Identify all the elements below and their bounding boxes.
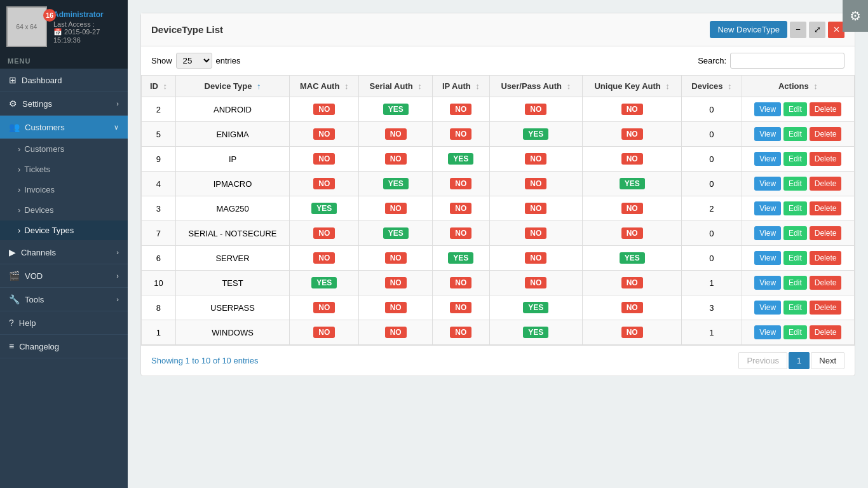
cell-actions: View Edit Delete [742, 246, 854, 271]
cell-id: 8 [142, 295, 176, 320]
delete-button[interactable]: Delete [810, 251, 842, 265]
sidebar-sub-customers[interactable]: › Customers [0, 139, 128, 159]
view-button[interactable]: View [754, 127, 781, 141]
minimize-button[interactable]: − [790, 22, 806, 38]
delete-button[interactable]: Delete [810, 127, 842, 141]
cell-devices: 0 [682, 122, 742, 147]
cell-mac-auth: NO [290, 172, 359, 196]
badge-no: NO [525, 227, 546, 239]
next-button[interactable]: Next [811, 352, 844, 369]
edit-button[interactable]: Edit [783, 152, 807, 166]
badge-no: NO [313, 252, 335, 264]
notification-badge: 16 [43, 9, 56, 22]
delete-button[interactable]: Delete [810, 226, 842, 240]
cell-mac-auth: NO [290, 122, 359, 147]
edit-button[interactable]: Edit [783, 102, 807, 116]
view-button[interactable]: View [754, 201, 781, 215]
sidebar-item-channels[interactable]: ▶ Channels › [0, 241, 128, 264]
edit-button[interactable]: Edit [783, 276, 807, 290]
view-button[interactable]: View [754, 325, 781, 339]
cell-serial-auth: NO [359, 196, 433, 221]
col-unique-key-auth[interactable]: Unique Key Auth ↕ [583, 76, 682, 97]
edit-button[interactable]: Edit [783, 177, 807, 191]
sidebar-item-label: Channels [21, 248, 56, 257]
delete-button[interactable]: Delete [810, 325, 842, 339]
sidebar-item-label: VOD [25, 271, 43, 281]
cell-actions: View Edit Delete [742, 271, 854, 295]
badge-no: NO [621, 153, 643, 165]
page-1-button[interactable]: 1 [789, 352, 810, 369]
col-ip-auth[interactable]: IP Auth ↕ [433, 76, 490, 97]
badge-no: NO [525, 104, 546, 115]
badge-yes: YES [620, 252, 645, 264]
cell-unique-key-auth: NO [583, 122, 682, 147]
cell-user-pass-auth: NO [489, 147, 583, 172]
new-device-type-button[interactable]: New DeviceType [710, 21, 787, 38]
sidebar-item-help[interactable]: ? Help [0, 311, 128, 335]
cell-mac-auth: YES [290, 196, 359, 221]
sidebar-item-dashboard[interactable]: ⊞ Dashboard [0, 69, 128, 92]
sidebar-item-vod[interactable]: 🎬 VOD › [0, 264, 128, 288]
sub-item-label: Tickets [24, 165, 50, 174]
table-row: 8 USERPASS NO NO NO YES NO 3 View Edit D… [142, 295, 855, 320]
expand-button[interactable]: ⤢ [809, 22, 825, 38]
view-button[interactable]: View [754, 251, 781, 265]
delete-button[interactable]: Delete [810, 276, 842, 290]
badge-no: NO [621, 277, 643, 288]
table-row: 4 IPMACRO NO YES NO NO YES 0 View Edit D… [142, 172, 855, 196]
delete-button[interactable]: Delete [810, 152, 842, 166]
col-serial-auth[interactable]: Serial Auth ↕ [359, 76, 433, 97]
view-button[interactable]: View [754, 102, 781, 116]
delete-button[interactable]: Delete [810, 201, 842, 215]
delete-button[interactable]: Delete [810, 102, 842, 116]
edit-button[interactable]: Edit [783, 251, 807, 265]
view-button[interactable]: View [754, 226, 781, 240]
delete-button[interactable]: Delete [810, 177, 842, 191]
cell-actions: View Edit Delete [742, 295, 854, 320]
sidebar-item-tools[interactable]: 🔧 Tools › [0, 288, 128, 311]
previous-button[interactable]: Previous [738, 352, 787, 369]
view-button[interactable]: View [754, 301, 781, 315]
badge-no: NO [385, 252, 407, 264]
badge-no: NO [525, 178, 546, 189]
sidebar-sub-devices[interactable]: › Devices [0, 200, 128, 220]
edit-button[interactable]: Edit [783, 301, 807, 315]
chevron-right-icon: › [116, 248, 119, 256]
cell-serial-auth: YES [359, 221, 433, 246]
sidebar-item-changelog[interactable]: ≡ Changelog [0, 335, 128, 358]
settings-gear-button[interactable]: ⚙ [843, 0, 868, 32]
sidebar-sub-invoices[interactable]: › Invoices [0, 180, 128, 200]
edit-button[interactable]: Edit [783, 201, 807, 215]
cell-serial-auth: NO [359, 246, 433, 271]
badge-no: NO [385, 327, 407, 338]
entries-select[interactable]: 10 25 50 100 [176, 53, 212, 69]
sidebar-sub-device-types[interactable]: › Device Types [0, 220, 128, 241]
edit-button[interactable]: Edit [783, 127, 807, 141]
edit-button[interactable]: Edit [783, 226, 807, 240]
user-name: Administrator [53, 10, 121, 19]
badge-no: NO [450, 178, 471, 189]
col-devices[interactable]: Devices ↕ [682, 76, 742, 97]
cell-serial-auth: NO [359, 147, 433, 172]
col-device-type[interactable]: Device Type ↑ [175, 76, 289, 97]
view-button[interactable]: View [754, 152, 781, 166]
sidebar-item-customers[interactable]: 👥 Customers ∨ [0, 116, 128, 139]
table-row: 6 SERVER NO NO YES NO YES 0 View Edit De… [142, 246, 855, 271]
table-body: 2 ANDROID NO YES NO NO NO 0 View Edit De… [142, 97, 855, 345]
sidebar-item-settings[interactable]: ⚙ Settings › [0, 92, 128, 116]
col-mac-auth[interactable]: MAC Auth ↕ [290, 76, 359, 97]
col-user-pass-auth[interactable]: User/Pass Auth ↕ [489, 76, 583, 97]
edit-button[interactable]: Edit [783, 325, 807, 339]
col-id[interactable]: ID ↕ [142, 76, 176, 97]
view-button[interactable]: View [754, 276, 781, 290]
badge-no: NO [450, 227, 471, 239]
badge-yes: YES [523, 327, 548, 338]
cell-devices: 0 [682, 147, 742, 172]
col-actions[interactable]: Actions ↕ [742, 76, 854, 97]
delete-button[interactable]: Delete [810, 301, 842, 315]
view-button[interactable]: View [754, 177, 781, 191]
help-icon: ? [9, 318, 14, 328]
sidebar-sub-tickets[interactable]: › Tickets [0, 159, 128, 180]
cell-devices: 0 [682, 172, 742, 196]
search-input[interactable] [730, 53, 844, 69]
